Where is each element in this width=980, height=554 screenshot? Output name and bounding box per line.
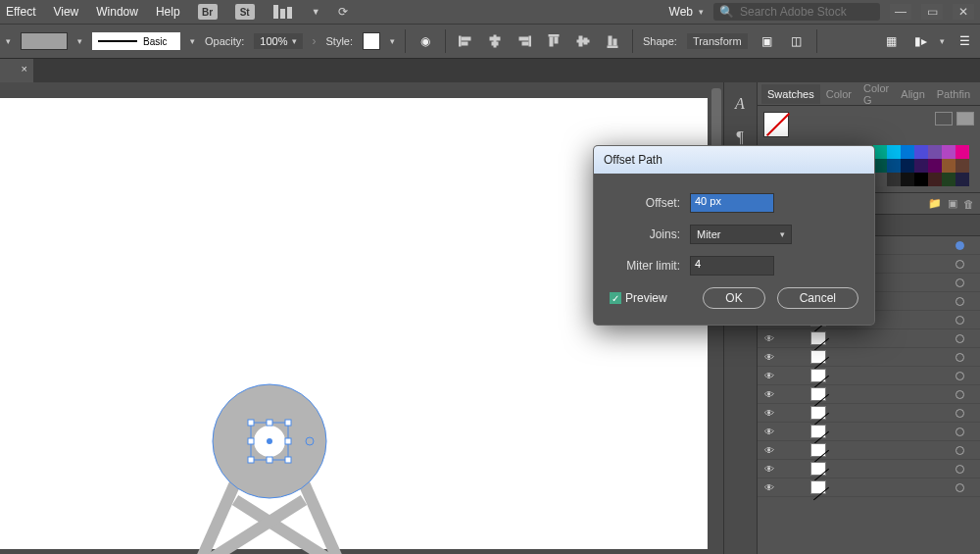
layer-row[interactable]: 👁 — [758, 423, 980, 441]
visibility-icon[interactable]: 👁 — [758, 427, 781, 437]
tab-colorguide[interactable]: Color G — [858, 78, 895, 110]
close-button[interactable]: ✕ — [953, 4, 974, 20]
target-icon[interactable] — [951, 334, 968, 343]
target-icon[interactable] — [951, 241, 968, 250]
stock-button[interactable]: St — [235, 4, 255, 20]
document-tab[interactable]: × — [0, 59, 33, 82]
layer-row[interactable]: 👁 — [758, 441, 980, 460]
swatch-cell[interactable] — [928, 159, 942, 173]
swatch-cell[interactable] — [928, 145, 942, 159]
visibility-icon[interactable]: 👁 — [758, 464, 781, 475]
swatch-cell[interactable] — [887, 145, 901, 159]
gpu-icon[interactable]: ⟳ — [338, 5, 348, 19]
layer-row[interactable]: 👁 — [758, 329, 980, 348]
miter-input-field[interactable] — [695, 258, 769, 270]
target-icon[interactable] — [951, 260, 968, 269]
menu-help[interactable]: Help — [156, 5, 180, 19]
swatch-cell[interactable] — [914, 159, 928, 173]
stroke-profile[interactable]: Basic — [92, 32, 180, 50]
offset-input-field[interactable] — [695, 195, 769, 207]
stock-search-input[interactable] — [740, 5, 874, 19]
visibility-icon[interactable]: 👁 — [758, 352, 781, 363]
layer-row[interactable]: 👁 — [758, 385, 980, 404]
chevron-down-icon[interactable]: ▾ — [6, 36, 11, 46]
swatch-cell[interactable] — [956, 159, 969, 173]
target-icon[interactable] — [951, 316, 968, 325]
target-icon[interactable] — [951, 428, 968, 436]
offset-input[interactable] — [690, 193, 774, 213]
cancel-button[interactable]: Cancel — [777, 287, 858, 309]
snap-icon[interactable]: ▮▸ — [910, 32, 930, 50]
minimize-button[interactable]: — — [890, 4, 911, 20]
layer-row[interactable]: 👁 — [758, 404, 980, 423]
target-icon[interactable] — [951, 465, 968, 474]
swatch-cell[interactable] — [873, 173, 887, 186]
style-swatch[interactable] — [363, 32, 380, 50]
workspace-switcher[interactable]: Web ▾ — [669, 5, 704, 19]
delete-swatch-icon[interactable]: 🗑 — [963, 198, 974, 210]
chevron-down-icon[interactable]: ▾ — [190, 36, 195, 46]
stock-search[interactable]: 🔍 — [713, 3, 880, 21]
target-icon[interactable] — [951, 446, 968, 455]
swatch-cell[interactable] — [928, 173, 942, 186]
swatch-cell[interactable] — [873, 159, 887, 173]
tab-color[interactable]: Color — [820, 84, 858, 104]
align-hcenter-icon[interactable] — [485, 32, 505, 50]
tab-pathfinder[interactable]: Pathfin — [931, 84, 976, 104]
grid-icon[interactable]: ▦ — [881, 32, 901, 50]
align-vcenter-icon[interactable] — [573, 32, 593, 50]
visibility-icon[interactable]: 👁 — [758, 408, 781, 419]
tab-swatches[interactable]: Swatches — [761, 84, 820, 104]
new-group-icon[interactable]: 📁 — [928, 197, 942, 210]
type-panel-icon[interactable]: A — [728, 92, 752, 116]
chevron-down-icon[interactable]: ▾ — [77, 36, 82, 46]
swatch-cell[interactable] — [901, 145, 914, 159]
visibility-icon[interactable]: 👁 — [758, 389, 781, 400]
menu-view[interactable]: View — [53, 5, 78, 19]
swatch-cell[interactable] — [914, 145, 928, 159]
align-bottom-icon[interactable] — [603, 32, 622, 50]
preview-checkbox[interactable]: ✓ Preview — [610, 291, 667, 305]
tab-align[interactable]: Align — [895, 84, 930, 104]
dialog-title[interactable]: Offset Path — [594, 146, 874, 174]
swatch-grid-view-icon[interactable] — [956, 112, 974, 126]
visibility-icon[interactable]: 👁 — [758, 371, 781, 381]
menu-window[interactable]: Window — [96, 5, 138, 19]
visibility-icon[interactable]: 👁 — [758, 445, 781, 456]
target-icon[interactable] — [951, 390, 968, 399]
menu-effect[interactable]: Effect — [6, 5, 35, 19]
transform-button[interactable]: Transform — [687, 33, 748, 49]
target-icon[interactable] — [951, 353, 968, 362]
recolor-icon[interactable]: ◉ — [416, 32, 435, 50]
isolate-icon[interactable]: ▣ — [758, 32, 777, 50]
fill-swatch[interactable] — [21, 32, 68, 50]
maximize-button[interactable]: ▭ — [921, 4, 943, 20]
edit-mask-icon[interactable]: ◫ — [787, 32, 807, 50]
target-icon[interactable] — [951, 409, 968, 418]
fill-stroke-indicator[interactable] — [763, 112, 789, 137]
tab-close-icon[interactable]: × — [22, 63, 27, 75]
swatch-cell[interactable] — [942, 145, 956, 159]
miter-input[interactable] — [690, 256, 774, 276]
swatch-cell[interactable] — [887, 159, 901, 173]
target-icon[interactable] — [951, 483, 968, 492]
chevron-down-icon[interactable]: ▾ — [390, 36, 395, 46]
layer-row[interactable]: 👁 — [758, 367, 980, 385]
new-swatch-icon[interactable]: ▣ — [948, 197, 957, 210]
swatch-cell[interactable] — [914, 173, 928, 186]
swatch-cell[interactable] — [942, 159, 956, 173]
visibility-icon[interactable]: 👁 — [758, 482, 781, 493]
joins-select[interactable]: Miter ▾ — [690, 225, 792, 244]
swatch-cell[interactable] — [956, 173, 969, 186]
swatch-cell[interactable] — [942, 173, 956, 186]
swatch-cell[interactable] — [901, 159, 914, 173]
opacity-value[interactable]: 100%▾ — [254, 33, 302, 49]
target-icon[interactable] — [951, 297, 968, 306]
swatch-list-view-icon[interactable] — [935, 112, 953, 126]
swatch-cell[interactable] — [873, 145, 887, 159]
ok-button[interactable]: OK — [703, 287, 764, 309]
chevron-down-icon[interactable]: ▾ — [940, 36, 945, 46]
prefs-icon[interactable]: ☰ — [955, 32, 974, 50]
layer-row[interactable]: 👁 — [758, 460, 980, 478]
target-icon[interactable] — [951, 372, 968, 380]
